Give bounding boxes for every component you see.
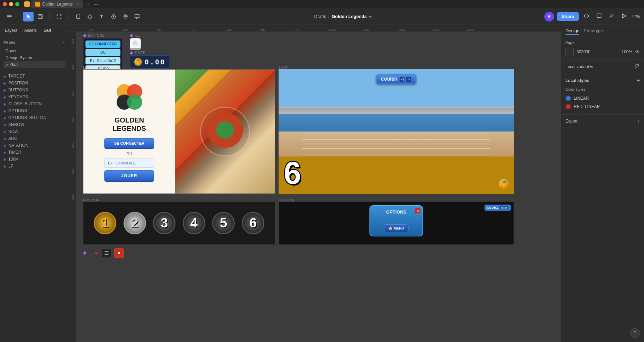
add-export-btn[interactable]: + [637, 118, 640, 124]
lp-title-line2: LEGENDS [112, 124, 146, 133]
keycap-s[interactable] [130, 38, 141, 49]
cour-small-badge: COUR... ◁ ▷ [484, 205, 511, 211]
x-btn[interactable]: ✕ [114, 248, 124, 258]
options-popup[interactable]: OPTIONS ✕ 🏠 MENU [370, 205, 423, 236]
zoom-label[interactable]: 47% [632, 14, 640, 19]
page-gui[interactable]: ✓ GUI [3, 61, 65, 68]
layer-options-button[interactable]: ◈ OPTIONS_BUTTON [0, 114, 69, 121]
help-wrapper: ? [561, 128, 644, 342]
canvas-area[interactable]: -750 -500 -250 0 250 500 750 1000 1250 1… [69, 25, 561, 342]
page-color-swatch[interactable] [565, 48, 574, 56]
layer-position[interactable]: ◈ POSITION [0, 80, 69, 87]
style-red-linear[interactable]: RED_LINEAR [565, 102, 640, 111]
layer-label-options-button: OPTIONS_BUTTON [8, 115, 46, 120]
move-tool-btn[interactable] [23, 12, 34, 21]
present-btn[interactable] [594, 12, 604, 21]
frame-100m[interactable]: COURIR ◁ ▷ 6 🏅 [279, 69, 514, 194]
add-page-btn[interactable]: + [62, 39, 65, 45]
layer-row[interactable]: ◈ ROW [0, 128, 69, 135]
page-gui-label: GUI [10, 62, 18, 67]
minimize-window-btn[interactable] [9, 2, 13, 6]
layer-natation[interactable]: ◈ NATATION [0, 142, 69, 149]
page-design-system[interactable]: Design System [3, 54, 65, 61]
lp-username-input[interactable] [104, 159, 154, 168]
100m-frame-label: 100M [279, 65, 287, 69]
style-linear[interactable]: LINEAR [565, 94, 640, 102]
figma-home-icon[interactable] [24, 1, 30, 7]
layer-icon-lp: ◈ [3, 164, 6, 168]
layer-arrow[interactable]: ◈ ARROW [0, 121, 69, 128]
prototype-tab[interactable]: Prototype [583, 27, 603, 35]
layer-options[interactable]: ◈ OPTIONS [0, 107, 69, 114]
frame-tool-btn[interactable] [54, 12, 64, 21]
lp-connect-btn[interactable]: SE CONNECTER [104, 138, 154, 149]
layer-arc[interactable]: ◈ ARC [0, 135, 69, 142]
ruler-horizontal: -750 -500 -250 0 250 500 750 1000 1250 1… [69, 25, 561, 32]
main-menu-btn[interactable] [4, 12, 15, 21]
close-window-btn[interactable] [3, 2, 7, 6]
scale-tool-btn[interactable] [35, 12, 45, 21]
pen-tool-btn[interactable] [85, 12, 95, 21]
color-visibility-btn[interactable]: 👁 [635, 49, 640, 55]
component-icon-buttons [83, 34, 87, 37]
breadcrumb-separator: / [328, 14, 330, 19]
drafts-label[interactable]: Drafts [314, 14, 326, 19]
page-cover[interactable]: Cover [3, 47, 65, 54]
btn-connect-preview[interactable]: SE CONNECTER [85, 40, 120, 48]
tab-close-btn[interactable]: ✕ [76, 2, 79, 6]
new-tab-btn[interactable]: + [84, 1, 92, 7]
keycaps-frame-label: K... [135, 34, 140, 37]
component-icon-timer [130, 51, 133, 55]
active-tab[interactable]: Golden Legends ✕ [31, 0, 83, 8]
options-menu-btn[interactable]: 🏠 MENU [384, 224, 408, 232]
style-linear-label: LINEAR [574, 96, 589, 101]
text-tool-btn[interactable]: T [97, 12, 107, 21]
code-view-btn[interactable] [582, 12, 591, 21]
local-variables-title: Local variables [565, 64, 593, 69]
shape-tool-btn[interactable] [73, 12, 83, 21]
lp-frame[interactable]: GOLDEN LEGENDS SE CONNECTER OU JOUER [83, 69, 275, 194]
add-local-style-btn[interactable]: + [637, 78, 640, 84]
more-options-icon[interactable]: ••• [94, 2, 98, 6]
gui-tab[interactable]: GUI [42, 27, 53, 34]
layer-icon-position: ◈ [3, 81, 6, 85]
help-btn[interactable]: ? [630, 328, 640, 338]
comment-tool-btn[interactable] [132, 12, 142, 21]
play-btn[interactable] [619, 12, 629, 21]
share-link-btn[interactable] [607, 12, 616, 21]
layer-keycaps[interactable]: ◈ KEYCAPS [0, 93, 69, 100]
layer-label-buttons: BUTTONS [8, 88, 28, 92]
layer-100m[interactable]: ◈ 100M [0, 156, 69, 163]
btn-input-preview[interactable]: Ex : GamerDu12 [85, 57, 120, 64]
avatar[interactable]: R [544, 12, 554, 21]
local-variables-edit-btn[interactable] [634, 63, 640, 70]
options-small-frame[interactable]: COUR... ◁ ▷ OPTIONS ✕ 🏠 MENU [279, 201, 514, 245]
courir-badge-wrapper: COURIR ◁ ▷ [376, 74, 416, 84]
layer-buttons[interactable]: ◈ BUTTONS [0, 87, 69, 93]
pos-2: 2 [124, 212, 146, 234]
btn-ou-preview[interactable]: OU [85, 49, 120, 56]
options-close-btn[interactable]: ✕ [415, 208, 420, 214]
assets-tab[interactable]: Assets [22, 27, 39, 34]
component-tool-btn[interactable] [108, 12, 119, 21]
project-name[interactable]: Golden Legends [332, 14, 372, 19]
layer-target[interactable]: ◈ TARGET [0, 73, 69, 80]
ruler-tick-250: -250 [156, 28, 162, 32]
share-btn[interactable]: Share [557, 12, 579, 21]
layer-close-button[interactable]: ◈ CLOSE_BUTTON [0, 100, 69, 107]
position-frame[interactable]: 1 2 3 4 5 6 [83, 201, 275, 245]
lp-right-panel [175, 70, 275, 194]
layers-tab[interactable]: Layers [3, 27, 19, 34]
svg-rect-1 [38, 15, 42, 19]
maximize-window-btn[interactable] [15, 2, 19, 6]
options-spacer [374, 217, 418, 224]
layer-timer[interactable]: ◈ TIMER [0, 149, 69, 156]
layer-lp[interactable]: ◈ LP [0, 163, 69, 170]
page-color-hex[interactable]: 303030 [577, 50, 619, 54]
ruler-tick-500p: 500 [260, 28, 265, 32]
lp-play-btn[interactable]: JOUER [104, 170, 154, 182]
hand-tool-btn[interactable] [120, 12, 130, 21]
style-linear-dot [565, 96, 571, 101]
hamburger-btn[interactable] [102, 248, 111, 258]
design-tab[interactable]: Design [565, 27, 579, 35]
